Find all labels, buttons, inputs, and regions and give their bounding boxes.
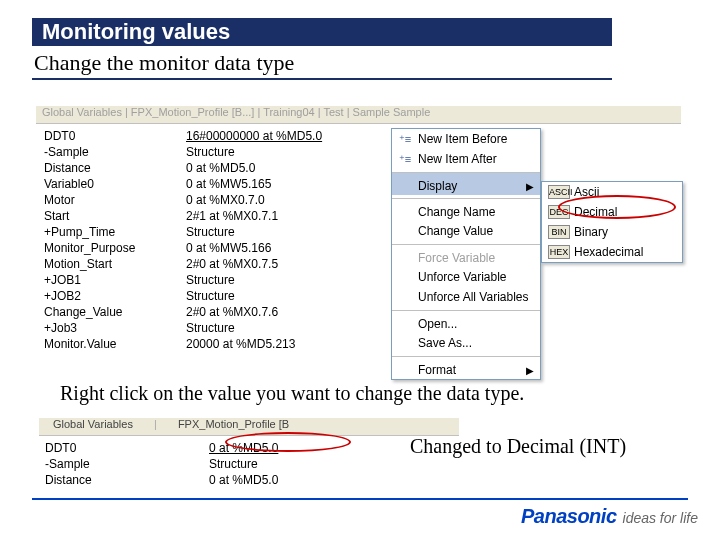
submenu-arrow-icon: ▶ <box>526 361 534 381</box>
var-name: Variable0 <box>44 176 186 192</box>
var-value[interactable]: 0 at %MD5.0 <box>186 160 376 176</box>
format-abbrev: HEX <box>548 245 570 259</box>
var-value[interactable]: Structure <box>209 456 429 472</box>
var-value[interactable]: 0 at %MD5.0 <box>209 440 429 456</box>
var-value[interactable]: 0 at %MD5.0 <box>209 472 429 488</box>
display-submenu[interactable]: ASCIIAsciiDECDecimalBINBinaryHEXHexadeci… <box>541 181 683 263</box>
main-app-screenshot: Global Variables | FPX_Motion_Profile [B… <box>36 106 681 376</box>
tab-global-vars: Global Variables <box>53 418 133 430</box>
var-value[interactable]: 20000 at %MD5.213 <box>186 336 376 352</box>
var-name: Monitor.Value <box>44 336 186 352</box>
menu-change-value[interactable]: Change Value <box>392 221 540 241</box>
format-abbrev: BIN <box>548 225 570 239</box>
var-value[interactable]: Structure <box>186 320 376 336</box>
var-value[interactable]: 2#1 at %MX0.7.1 <box>186 208 376 224</box>
format-abbrev: DEC <box>548 205 570 219</box>
menu-unforce-variable[interactable]: Unforce Variable <box>392 267 540 287</box>
caption-main: Right click on the value you want to cha… <box>60 382 524 405</box>
var-name: Motion_Start <box>44 256 186 272</box>
menu-new-item-before[interactable]: ⁺≡New Item Before <box>392 129 540 149</box>
submenu-hexadecimal[interactable]: HEXHexadecimal <box>542 242 682 262</box>
var-name: +Pump_Time <box>44 224 186 240</box>
var-name: Motor <box>44 192 186 208</box>
var-value[interactable]: 0 at %MX0.7.0 <box>186 192 376 208</box>
menu-change-name[interactable]: Change Name <box>392 198 540 221</box>
menu-save-as-[interactable]: Save As... <box>392 333 540 353</box>
var-name: +JOB2 <box>44 288 186 304</box>
var-value[interactable]: 16#00000000 at %MD5.0 <box>186 128 376 144</box>
menu-icon: ⁺≡ <box>398 132 412 146</box>
var-name: Distance <box>44 160 186 176</box>
menu-format[interactable]: Format▶ <box>392 356 540 379</box>
menu-new-item-after[interactable]: ⁺≡New Item After <box>392 149 540 169</box>
var-value[interactable]: Structure <box>186 144 376 160</box>
submenu-decimal[interactable]: DECDecimal <box>542 202 682 222</box>
format-abbrev: ASCII <box>548 185 570 199</box>
var-value[interactable]: Structure <box>186 288 376 304</box>
var-value[interactable]: 2#0 at %MX0.7.5 <box>186 256 376 272</box>
slide-subtitle: Change the monitor data type <box>32 48 612 80</box>
brand-tagline: ideas for life <box>623 510 698 526</box>
var-name: -Sample <box>45 456 209 472</box>
context-menu[interactable]: ⁺≡New Item Before⁺≡New Item AfterDisplay… <box>391 128 541 380</box>
var-name: Monitor_Purpose <box>44 240 186 256</box>
slide-title: Monitoring values <box>32 18 612 46</box>
menu-force-variable: Force Variable <box>392 244 540 267</box>
var-value[interactable]: 0 at %MW5.165 <box>186 176 376 192</box>
submenu-ascii[interactable]: ASCIIAscii <box>542 182 682 202</box>
var-name: -Sample <box>44 144 186 160</box>
var-name: Distance <box>45 472 209 488</box>
menu-icon: ⁺≡ <box>398 152 412 166</box>
var-name: DDT0 <box>44 128 186 144</box>
var-name: Change_Value <box>44 304 186 320</box>
var-value[interactable]: Structure <box>186 272 376 288</box>
note-changed: Changed to Decimal (INT) <box>410 435 626 458</box>
var-name: +Job3 <box>44 320 186 336</box>
menu-unforce-all-variables[interactable]: Unforce All Variables <box>392 287 540 307</box>
second-app-screenshot: Global Variables | FPX_Motion_Profile [B… <box>39 418 459 496</box>
submenu-arrow-icon: ▶ <box>526 177 534 197</box>
submenu-binary[interactable]: BINBinary <box>542 222 682 242</box>
var-name: DDT0 <box>45 440 209 456</box>
brand-name: Panasonic <box>521 505 617 527</box>
var-value[interactable]: 0 at %MW5.166 <box>186 240 376 256</box>
app-toolbar: Global Variables | FPX_Motion_Profile [B… <box>36 106 681 124</box>
menu-open-[interactable]: Open... <box>392 310 540 333</box>
var-name: +JOB1 <box>44 272 186 288</box>
brand-logo: Panasonicideas for life <box>521 505 698 528</box>
var-value[interactable]: Structure <box>186 224 376 240</box>
tab-fpx-profile: FPX_Motion_Profile [B <box>178 418 289 430</box>
var-value[interactable]: 2#0 at %MX0.7.6 <box>186 304 376 320</box>
var-name: Start <box>44 208 186 224</box>
footer-rule <box>32 498 688 500</box>
menu-display[interactable]: Display▶ <box>392 172 540 195</box>
